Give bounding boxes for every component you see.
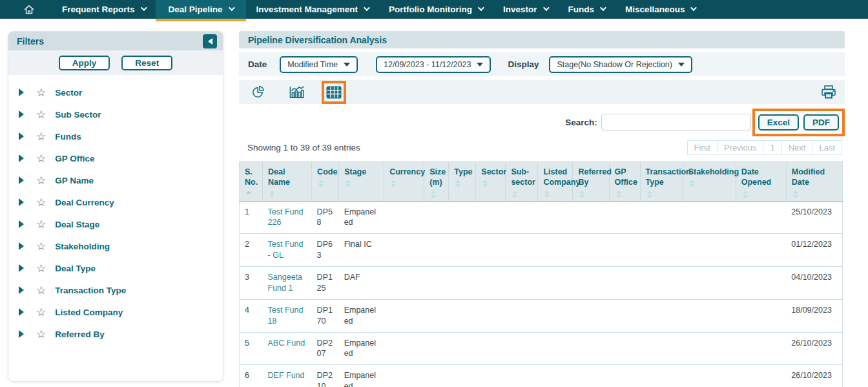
home-button[interactable] bbox=[23, 0, 35, 19]
apply-button[interactable]: Apply bbox=[59, 56, 110, 70]
favorite-star-icon[interactable]: ☆ bbox=[36, 153, 46, 164]
expand-arrow-icon[interactable] bbox=[19, 176, 24, 184]
filter-item-deal-type[interactable]: ☆Deal Type bbox=[8, 257, 223, 279]
collapse-sidebar-button[interactable] bbox=[203, 34, 217, 48]
deal-name-link[interactable]: DEF Fund bbox=[268, 371, 305, 380]
expand-arrow-icon[interactable] bbox=[19, 110, 24, 118]
cell-referred-by bbox=[573, 234, 609, 267]
expand-arrow-icon[interactable] bbox=[19, 89, 24, 96]
expand-arrow-icon[interactable] bbox=[19, 132, 24, 140]
favorite-star-icon[interactable]: ☆ bbox=[36, 285, 46, 296]
filter-item-funds[interactable]: ☆Funds bbox=[8, 125, 223, 147]
sort-icon bbox=[615, 191, 635, 198]
column-header-transaction-type[interactable]: Transaction Type bbox=[640, 162, 683, 202]
filter-item-label: Deal Currency bbox=[55, 198, 114, 207]
favorite-star-icon[interactable]: ☆ bbox=[36, 131, 46, 142]
favorite-star-icon[interactable]: ☆ bbox=[36, 263, 46, 274]
page-button-1[interactable]: 1 bbox=[763, 140, 781, 155]
deal-name-link[interactable]: Sangeeta Fund 1 bbox=[268, 273, 303, 293]
expand-arrow-icon[interactable] bbox=[19, 264, 24, 272]
sort-icon bbox=[543, 191, 567, 198]
column-header-code[interactable]: Code bbox=[312, 162, 339, 202]
pdf-export-button[interactable]: PDF bbox=[803, 114, 839, 131]
filter-item-gp-office[interactable]: ☆GP Office bbox=[8, 147, 223, 169]
expand-arrow-icon[interactable] bbox=[19, 220, 24, 228]
column-header-sector[interactable]: Sector bbox=[476, 162, 506, 202]
bar-chart-view-button[interactable] bbox=[285, 81, 307, 103]
filters-actions: Apply Reset bbox=[8, 50, 223, 75]
filter-item-label: Referred By bbox=[55, 329, 105, 339]
favorite-star-icon[interactable]: ☆ bbox=[36, 109, 46, 120]
filter-item-sector[interactable]: ☆Sector bbox=[8, 81, 223, 103]
column-header-referred-by[interactable]: Referred By bbox=[573, 162, 609, 202]
cell-code: DP210 bbox=[312, 365, 339, 387]
search-input[interactable] bbox=[601, 114, 751, 131]
excel-export-button[interactable]: Excel bbox=[758, 114, 799, 131]
column-header-date-opened[interactable]: Date Opened bbox=[736, 162, 786, 202]
expand-arrow-icon[interactable] bbox=[19, 286, 24, 294]
filter-item-deal-currency[interactable]: ☆Deal Currency bbox=[8, 191, 223, 213]
favorite-star-icon[interactable]: ☆ bbox=[36, 329, 46, 340]
cell-stage: Empaneled bbox=[339, 299, 384, 332]
deal-name-link[interactable]: Test Fund - GL bbox=[268, 240, 304, 260]
favorite-star-icon[interactable]: ☆ bbox=[36, 307, 46, 318]
expand-arrow-icon[interactable] bbox=[19, 330, 24, 338]
column-header-sub-sector[interactable]: Sub-sector bbox=[506, 162, 538, 202]
deal-name-link[interactable]: Test Fund 226 bbox=[268, 207, 304, 227]
column-header-label: Modified Date bbox=[792, 167, 837, 188]
reset-button[interactable]: Reset bbox=[121, 56, 172, 70]
expand-arrow-icon[interactable] bbox=[19, 154, 24, 162]
filter-item-transaction-type[interactable]: ☆Transaction Type bbox=[8, 279, 223, 301]
nav-item-investor[interactable]: Investor bbox=[493, 0, 558, 19]
column-header-s-no[interactable]: S. No. bbox=[240, 162, 263, 202]
favorite-star-icon[interactable]: ☆ bbox=[36, 241, 46, 252]
nav-item-funds[interactable]: Funds bbox=[558, 0, 615, 19]
table-header-row: S. No.Deal NameCodeStageCurrencySize (m)… bbox=[240, 162, 843, 202]
nav-item-investment-management[interactable]: Investment Management bbox=[246, 0, 379, 19]
nav-item-miscellaneous[interactable]: Miscellaneous bbox=[615, 0, 705, 19]
expand-arrow-icon[interactable] bbox=[19, 198, 24, 206]
table-view-button[interactable] bbox=[326, 85, 342, 100]
deal-name-link[interactable]: Test Fund 18 bbox=[268, 306, 304, 326]
filter-item-gp-name[interactable]: ☆GP Name bbox=[8, 169, 223, 191]
column-header-deal-name[interactable]: Deal Name bbox=[263, 162, 312, 202]
nav-item-portfolio-monitoring[interactable]: Portfolio Monitoring bbox=[378, 0, 493, 19]
date-type-dropdown[interactable]: Modified Time bbox=[280, 56, 358, 73]
page-button-next[interactable]: Next bbox=[781, 140, 813, 155]
column-header-currency[interactable]: Currency bbox=[384, 162, 424, 202]
favorite-star-icon[interactable]: ☆ bbox=[36, 87, 46, 98]
column-header-listed-company[interactable]: Listed Company bbox=[538, 162, 573, 202]
column-header-gp-office[interactable]: GP Office bbox=[609, 162, 640, 202]
cell-date-opened bbox=[736, 267, 786, 300]
print-button[interactable] bbox=[820, 85, 837, 100]
expand-arrow-icon[interactable] bbox=[19, 308, 24, 316]
filter-item-referred-by[interactable]: ☆Referred By bbox=[8, 323, 223, 345]
display-dropdown[interactable]: Stage(No Shadow Or Rejection) bbox=[549, 56, 692, 73]
filter-item-listed-company[interactable]: ☆Listed Company bbox=[8, 301, 223, 323]
cell-referred-by bbox=[573, 299, 609, 332]
page-button-last[interactable]: Last bbox=[812, 140, 842, 155]
favorite-star-icon[interactable]: ☆ bbox=[36, 197, 46, 208]
filter-item-stakeholding[interactable]: ☆Stakeholding bbox=[8, 235, 223, 257]
page-button-first[interactable]: First bbox=[687, 140, 718, 155]
favorite-star-icon[interactable]: ☆ bbox=[36, 175, 46, 186]
cell-code: DP207 bbox=[312, 332, 339, 365]
nav-item-deal-pipeline[interactable]: Deal Pipeline bbox=[156, 0, 246, 19]
column-header-stage[interactable]: Stage bbox=[339, 162, 384, 202]
printer-icon bbox=[820, 85, 837, 100]
table-row: 4Test Fund 18DP170Empaneled18/09/2023 bbox=[240, 299, 843, 332]
nav-item-frequent-reports[interactable]: Frequent Reports bbox=[52, 0, 156, 19]
column-header-stakeholding[interactable]: Stakeholding bbox=[683, 162, 736, 202]
filter-item-deal-stage[interactable]: ☆Deal Stage bbox=[8, 213, 223, 235]
expand-arrow-icon[interactable] bbox=[19, 242, 24, 250]
date-range-dropdown[interactable]: 12/09/2023 - 11/12/2023 bbox=[376, 56, 491, 73]
cell-size-m bbox=[424, 267, 449, 300]
pie-chart-view-button[interactable] bbox=[247, 81, 269, 103]
favorite-star-icon[interactable]: ☆ bbox=[36, 219, 46, 230]
deal-name-link[interactable]: ABC Fund bbox=[268, 339, 305, 348]
column-header-modified-date[interactable]: Modified Date bbox=[786, 162, 842, 202]
column-header-size-m[interactable]: Size (m) bbox=[424, 162, 449, 202]
page-button-previous[interactable]: Previous bbox=[717, 140, 764, 155]
filter-item-sub-sector[interactable]: ☆Sub Sector bbox=[8, 103, 223, 125]
column-header-type[interactable]: Type bbox=[449, 162, 476, 202]
